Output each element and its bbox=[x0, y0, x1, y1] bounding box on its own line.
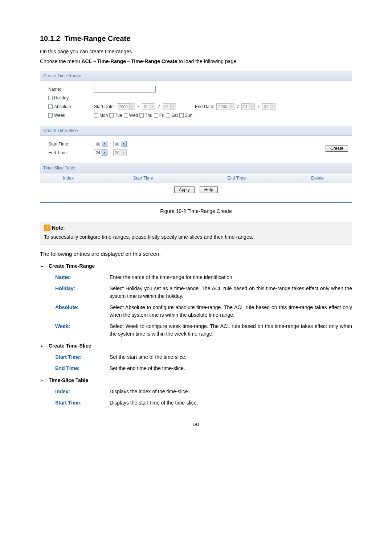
sec1-title: Create Time-Range bbox=[49, 262, 95, 270]
menu-path: ACL→Time-Range→Time-Range Create bbox=[81, 58, 177, 64]
desc-end-time: Set the end time of the time-slice. bbox=[110, 365, 352, 372]
thu-checkbox[interactable] bbox=[139, 113, 144, 118]
end-year-select[interactable]: 2000 bbox=[216, 103, 229, 110]
desc-holiday: Select Holiday you set as a time-range. … bbox=[110, 285, 352, 300]
desc-tst-start: Displays the start time of the time-slic… bbox=[110, 399, 352, 407]
wed-label: Wed bbox=[129, 112, 138, 119]
end-month-dropdown-icon[interactable]: ▾ bbox=[249, 103, 255, 110]
colon: : bbox=[110, 141, 111, 147]
slash: / bbox=[257, 103, 260, 110]
col-start-time: Start Time bbox=[96, 173, 189, 183]
fri-label: Fri bbox=[159, 112, 164, 119]
sat-checkbox[interactable] bbox=[166, 113, 170, 118]
term-index: Index: bbox=[55, 388, 110, 395]
create-button[interactable]: Create bbox=[326, 145, 348, 152]
mon-label: Mon bbox=[99, 112, 108, 119]
section-number: 10.1.2 bbox=[40, 34, 60, 42]
horizontal-rule bbox=[40, 202, 352, 203]
fri-checkbox[interactable] bbox=[154, 113, 158, 118]
section-heading: 10.1.2 Time-Range Create bbox=[40, 33, 352, 44]
end-day-select[interactable]: 01 bbox=[262, 103, 270, 110]
desc-start-time: Set the start time of the time-slice. bbox=[110, 353, 352, 361]
intro-line1: On this page you can create time-ranges. bbox=[40, 48, 352, 56]
end-hour-dropdown-icon[interactable]: ▾ bbox=[102, 149, 107, 156]
term-absolute: Absolute: bbox=[55, 304, 110, 319]
end-min-dropdown-icon[interactable]: ▾ bbox=[121, 149, 127, 156]
term-name: Name: bbox=[55, 274, 110, 281]
term-tst-start: Start Time: bbox=[55, 399, 110, 407]
intro-line2: Choose the menu ACL→Time-Range→Time-Rang… bbox=[40, 58, 352, 65]
start-day-dropdown-icon[interactable]: ▾ bbox=[170, 103, 176, 110]
follow-text: The following entries are displayed on t… bbox=[40, 250, 352, 258]
note-box: ! Note: To successfully configure time-r… bbox=[40, 222, 352, 245]
start-year-select[interactable]: 2000 bbox=[117, 103, 129, 110]
term-end-time: End Time: bbox=[55, 365, 110, 372]
slash: / bbox=[137, 103, 140, 110]
end-time-label: End Time: bbox=[48, 149, 92, 156]
bullet-icon: ➢ bbox=[40, 342, 44, 349]
mon-checkbox[interactable] bbox=[94, 113, 98, 118]
holiday-checkbox[interactable] bbox=[48, 96, 53, 100]
week-label: Week bbox=[54, 112, 65, 119]
name-input[interactable] bbox=[94, 86, 156, 93]
desc-week: Select Week to configure week time-range… bbox=[110, 323, 352, 338]
col-end-time: End Time bbox=[190, 173, 283, 183]
desc-index: Displays the index of the time-slice. bbox=[110, 388, 352, 395]
end-month-select[interactable]: 01 bbox=[241, 103, 249, 110]
end-hour-select[interactable]: 24 bbox=[94, 149, 102, 156]
term-start-time: Start Time: bbox=[55, 353, 110, 361]
sec3-title: Time-Slice Table bbox=[49, 377, 88, 384]
start-year-dropdown-icon[interactable]: ▾ bbox=[129, 103, 135, 110]
start-hour-select[interactable]: 00 bbox=[94, 141, 102, 147]
desc-absolute: Select Absolute to configure absolute ti… bbox=[110, 304, 352, 319]
section-title: Time-Range Create bbox=[64, 34, 130, 42]
start-month-select[interactable]: 01 bbox=[142, 103, 150, 110]
slash: / bbox=[158, 103, 160, 110]
tue-label: Tue bbox=[115, 112, 122, 119]
name-label: Name: bbox=[48, 86, 92, 93]
term-week: Week: bbox=[55, 323, 110, 338]
week-days: Mon Tue Wed Thu Fri Sat Sun bbox=[94, 112, 192, 119]
help-button[interactable]: Help bbox=[200, 186, 218, 193]
time-slice-table-columns: Index Start Time End Time Delete bbox=[40, 173, 352, 183]
config-panel: Create Time-Range Name: Holiday Absolute… bbox=[40, 71, 352, 199]
sun-label: Sun bbox=[185, 112, 192, 119]
colon: : bbox=[110, 149, 111, 156]
absolute-checkbox[interactable] bbox=[48, 104, 53, 109]
term-holiday: Holiday: bbox=[55, 285, 110, 300]
end-day-dropdown-icon[interactable]: ▾ bbox=[270, 103, 275, 110]
slash: / bbox=[237, 103, 239, 110]
figure-caption: Figure 10-2 Time-Range Create bbox=[40, 208, 352, 215]
end-min-select[interactable]: 00 bbox=[113, 149, 121, 156]
intro-line2-post: to load the following page. bbox=[177, 58, 238, 64]
wed-checkbox[interactable] bbox=[124, 113, 128, 118]
week-checkbox[interactable] bbox=[48, 113, 53, 118]
absolute-label: Absolute bbox=[54, 103, 71, 110]
bullet-icon: ➢ bbox=[40, 377, 44, 384]
sec2-title: Create Time-Slice bbox=[49, 342, 91, 350]
holiday-label: Holiday bbox=[54, 95, 69, 101]
start-hour-dropdown-icon[interactable]: ▾ bbox=[102, 141, 107, 147]
start-day-select[interactable]: 01 bbox=[163, 103, 171, 110]
create-time-slice-header: Create Time-Slice bbox=[40, 126, 352, 136]
start-date-label: Start Date: bbox=[94, 103, 115, 110]
sun-checkbox[interactable] bbox=[179, 113, 184, 118]
start-month-dropdown-icon[interactable]: ▾ bbox=[150, 103, 155, 110]
tue-checkbox[interactable] bbox=[109, 113, 114, 118]
col-delete: Delete bbox=[283, 173, 352, 183]
end-date-label: End Date: bbox=[195, 103, 214, 110]
start-time-label: Start Time: bbox=[48, 141, 92, 147]
page-number: 141 bbox=[40, 421, 352, 427]
desc-name: Enter the name of the time-range for tim… bbox=[110, 274, 352, 281]
bullet-icon: ➢ bbox=[40, 262, 44, 270]
start-min-select[interactable]: 00 bbox=[113, 141, 121, 147]
apply-button[interactable]: Apply bbox=[174, 186, 195, 193]
start-min-dropdown-icon[interactable]: ▾ bbox=[121, 141, 127, 147]
warning-icon: ! bbox=[44, 225, 50, 231]
col-index: Index bbox=[40, 173, 96, 183]
intro-line2-pre: Choose the menu bbox=[40, 58, 81, 64]
time-slice-table-header: Time-Slice Table bbox=[40, 163, 352, 173]
note-text: To successfully configure time-ranges, p… bbox=[44, 233, 348, 241]
thu-label: Thu bbox=[145, 112, 152, 119]
end-year-dropdown-icon[interactable]: ▾ bbox=[229, 103, 234, 110]
